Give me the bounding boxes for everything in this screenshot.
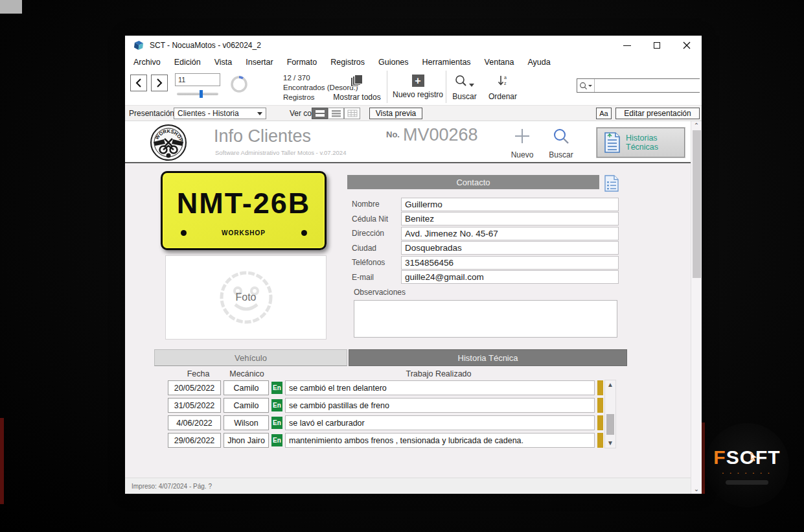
maximize-icon — [654, 42, 660, 49]
status-badge[interactable]: En — [271, 434, 282, 446]
menu-guiones[interactable]: Guiones — [378, 58, 409, 67]
quick-search-box — [577, 78, 700, 93]
preview-button[interactable]: Vista previa — [369, 108, 422, 119]
field-row-ciudad: Ciudad — [352, 241, 619, 256]
maximize-button[interactable] — [642, 36, 672, 55]
presentation-label: Presentación: — [129, 109, 176, 118]
license-plate-number: NMT-26B — [177, 187, 311, 220]
find-button[interactable]: Buscar — [448, 75, 481, 101]
field-label: E-mail — [352, 273, 401, 282]
search-icon — [553, 128, 569, 145]
minimize-button[interactable] — [612, 36, 642, 55]
fecha-cell[interactable]: 29/06/2022 — [168, 433, 221, 448]
app-icon — [133, 40, 144, 51]
page-subtitle: Software Administrativo Taller Motos - v… — [215, 149, 346, 156]
close-button[interactable] — [672, 36, 702, 55]
field-row-telefonos: Teléfonos — [352, 255, 619, 270]
ciudad-field[interactable] — [401, 241, 619, 255]
menu-edicion[interactable]: Edición — [174, 58, 201, 67]
technical-histories-button[interactable]: Historias Técnicas — [597, 128, 685, 157]
menu-ayuda[interactable]: Ayuda — [527, 58, 550, 67]
status-badge[interactable]: En — [271, 399, 282, 411]
field-label: Nombre — [352, 200, 401, 209]
previous-record-button[interactable] — [130, 75, 147, 91]
row-flag-bar — [597, 380, 603, 395]
layout-select-value: Clientes - Historia — [178, 109, 239, 118]
edit-layout-button[interactable]: Editar presentación — [615, 108, 700, 119]
status-badge[interactable]: En — [271, 382, 282, 394]
find-client-button[interactable]: Buscar — [543, 128, 579, 159]
scroll-down-arrow[interactable]: ⌄ — [691, 485, 702, 494]
email-field[interactable] — [401, 270, 619, 284]
mecanico-cell[interactable]: Jhon Jairo — [224, 433, 269, 448]
record-header: WORKSHOP Info Clientes Software Administ… — [125, 121, 691, 163]
record-no-value: MV00268 — [403, 125, 478, 145]
telefonos-field[interactable] — [401, 256, 619, 270]
status-badge[interactable]: En — [271, 417, 282, 429]
row-flag-bar — [597, 415, 603, 430]
mecanico-cell[interactable]: Camilo — [224, 398, 269, 413]
trabajo-field[interactable] — [285, 380, 595, 395]
quick-search-icon[interactable] — [577, 79, 595, 92]
show-all-button[interactable]: Mostrar todos — [328, 75, 386, 102]
menu-ventana[interactable]: Ventana — [485, 58, 514, 67]
quick-search-input[interactable] — [595, 79, 700, 92]
tab-historia-tecnica[interactable]: Historia Técnica — [349, 349, 627, 366]
scroll-up-arrow[interactable]: ▲ — [605, 380, 615, 389]
cedula-field[interactable] — [401, 212, 619, 226]
menu-formato[interactable]: Formato — [287, 58, 317, 67]
layout-select[interactable]: Clientes - Historia — [174, 108, 266, 119]
find-dropdown-caret[interactable] — [469, 84, 474, 87]
app-window: SCT - NocuaMotos - v062024_2 Archivo Edi… — [125, 36, 702, 494]
svg-text:z: z — [504, 81, 507, 86]
toolbar-divider — [446, 71, 446, 103]
trabajo-field[interactable] — [285, 415, 595, 430]
toolbar-divider — [387, 71, 387, 103]
menu-registros[interactable]: Registros — [330, 58, 365, 67]
scroll-up-arrow[interactable]: ⌃ — [691, 121, 702, 130]
sort-button[interactable]: a z Ordenar — [485, 75, 520, 101]
portal-scrollbar-thumb[interactable] — [606, 414, 614, 435]
observations-field[interactable] — [354, 300, 617, 338]
form-view-button[interactable] — [312, 108, 328, 119]
show-all-icon — [350, 75, 363, 87]
fecha-cell[interactable]: 4/06/2022 — [168, 415, 221, 430]
license-plate: NMT-26B WORKSHOP — [161, 171, 327, 250]
fecha-cell[interactable]: 31/05/2022 — [168, 398, 221, 413]
direccion-field[interactable] — [401, 227, 619, 240]
scroll-down-arrow[interactable]: ▼ — [605, 439, 615, 448]
plate-caption: WORKSHOP — [222, 229, 266, 237]
table-view-icon — [347, 110, 358, 117]
column-header-mecanico: Mecánico — [224, 369, 270, 378]
table-view-button[interactable] — [344, 108, 360, 119]
contact-list-icon[interactable] — [604, 175, 619, 192]
record-number-input[interactable] — [175, 73, 220, 86]
menu-herramientas[interactable]: Herramientas — [422, 58, 471, 67]
menu-archivo[interactable]: Archivo — [133, 58, 161, 67]
scrollbar-thumb[interactable] — [693, 130, 701, 278]
fecha-cell[interactable]: 20/05/2022 — [168, 380, 221, 395]
list-view-icon — [331, 110, 341, 117]
trabajo-field[interactable] — [285, 433, 595, 448]
table-row: 4/06/2022 Wilson En — [168, 415, 603, 431]
portal-scrollbar[interactable]: ▲ ▼ — [604, 380, 616, 448]
next-record-button[interactable] — [151, 75, 168, 91]
record-slider[interactable] — [177, 93, 218, 95]
new-client-button[interactable]: Nuevo — [504, 128, 540, 159]
toolbar: 12 / 370 Encontrados (Desord.) Registros… — [125, 69, 702, 106]
menu-vista[interactable]: Vista — [214, 58, 233, 67]
trabajo-field[interactable] — [285, 398, 595, 413]
photo-container[interactable]: Foto — [165, 255, 327, 340]
new-record-icon: + — [412, 75, 424, 87]
new-record-button[interactable]: + Nuevo registro — [389, 75, 446, 99]
tab-vehiculo[interactable]: Vehículo — [154, 349, 347, 366]
mecanico-cell[interactable]: Wilson — [224, 415, 269, 430]
nombre-field[interactable] — [401, 198, 619, 211]
list-view-button[interactable] — [328, 108, 344, 119]
vertical-scrollbar[interactable]: ⌃ ⌄ — [691, 121, 702, 494]
mecanico-cell[interactable]: Camilo — [224, 380, 269, 395]
formatting-button[interactable]: Aa — [596, 108, 612, 119]
menu-insertar[interactable]: Insertar — [246, 58, 273, 67]
record-slider-thumb[interactable] — [200, 90, 203, 98]
technical-histories-label: Historias Técnicas — [626, 133, 658, 152]
